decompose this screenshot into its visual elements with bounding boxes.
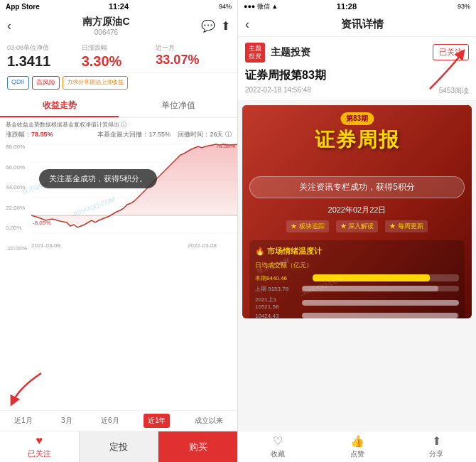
chart-tooltip: 关注基金成功，获得5积分。 bbox=[39, 169, 157, 188]
bar-fill-2 bbox=[302, 300, 459, 306]
bottom-action-right: ♡ 收藏 👍 点赞 ⬆ 分享 bbox=[238, 431, 476, 462]
article-header: ‹ 资讯详情 bbox=[238, 13, 476, 37]
page-title: 资讯详情 bbox=[255, 18, 469, 31]
like-icon: 👍 bbox=[350, 434, 364, 448]
y-axis-labels: 88.00% 66.00% 44.00% 22.00% 0.00% -22.00… bbox=[6, 141, 31, 254]
rise-value: 78.55% bbox=[31, 131, 53, 138]
left-panel: App Store 11:24 94% ‹ 南方原油C 006476 💬 ⬆ 0… bbox=[0, 0, 238, 462]
app-store-label: App Store bbox=[6, 3, 40, 11]
fixed-invest-button[interactable]: 定投 bbox=[79, 431, 158, 462]
bar-track-3 bbox=[302, 313, 459, 318]
status-bar-right: ●●● 微信 ▲ 11:28 93% bbox=[238, 0, 476, 13]
bar-row-3: 10424.43 bbox=[255, 313, 459, 318]
feature-2: ★ 深入解读 bbox=[336, 220, 379, 232]
time-range-buttons: 近1月 3月 近6月 近1年 成立以来 bbox=[0, 410, 237, 431]
tab-nav[interactable]: 单位净值 bbox=[119, 95, 237, 117]
period-badge: 第83期 bbox=[340, 112, 374, 125]
share-icon: ⬆ bbox=[432, 434, 441, 448]
tag-qdii[interactable]: QDII bbox=[7, 76, 29, 90]
heart-icon: ♥ bbox=[36, 434, 43, 447]
bar-row-1: 上期 9153.78 bbox=[255, 285, 459, 293]
follow-nav-item[interactable]: ♥ 已关注 bbox=[0, 431, 79, 462]
time-btn-1month[interactable]: 近1月 bbox=[10, 414, 37, 428]
bottom-nav-left: ♥ 已关注 定投 购买 bbox=[0, 431, 237, 462]
current-bar-track bbox=[313, 274, 459, 281]
article-image-card: 第83期 证券周报 关注资讯专栏成功，获得5积分 2022年02月22日 ★ 板… bbox=[242, 105, 472, 318]
stat-daily: 日涨跌幅 3.30% bbox=[82, 43, 156, 70]
collect-icon: ♡ bbox=[273, 434, 283, 448]
battery-left: 94% bbox=[219, 3, 232, 10]
share-label: 分享 bbox=[429, 449, 443, 459]
current-bar-fill bbox=[313, 274, 430, 281]
market-title: 🔥 市场情绪温度计 bbox=[255, 246, 459, 257]
share-action[interactable]: ⬆ 分享 bbox=[396, 431, 476, 462]
stat-value-daily: 3.30% bbox=[82, 53, 156, 70]
like-action[interactable]: 👍 点赞 bbox=[318, 431, 397, 462]
fund-name: 南方原油C bbox=[11, 16, 201, 28]
right-panel: ●●● 微信 ▲ 11:28 93% ‹ 资讯详情 主题 投资 主题投资 已关注… bbox=[238, 0, 476, 462]
chart-info-row: 涨跌幅：78.55% 本基金最大回撤：17.55% 回撤时间：26天 ⓘ bbox=[6, 130, 232, 139]
chart-tabs: 收益走势 单位净值 bbox=[0, 95, 237, 118]
tags-row: QDII 高风险 力求分享原油上涨收益 bbox=[0, 73, 237, 92]
chart-subtitle: 基金收益走势数据根据基金复权净值计算得出 ⓘ bbox=[6, 121, 232, 129]
time-btn-6month[interactable]: 近6月 bbox=[97, 414, 124, 428]
svg-text:78.55%: 78.55% bbox=[216, 143, 235, 149]
svg-text:-8.05%: -8.05% bbox=[33, 220, 50, 226]
fund-title-block: 南方原油C 006476 bbox=[11, 16, 201, 36]
feature-1: ★ 板块追踪 bbox=[286, 220, 329, 232]
bar-label-3: 10424.43 bbox=[255, 313, 298, 318]
chart-svg-wrapper: 88.00% 66.00% 44.00% 22.00% 0.00% -22.00… bbox=[6, 141, 232, 254]
feature-3: ★ 每周更新 bbox=[385, 220, 428, 232]
article-date: 2022-02-18 14:56:48 bbox=[245, 86, 311, 96]
stat-label-nav: 03-08单位净值 bbox=[7, 43, 82, 53]
chart-svg: -8.05% 78.55% 2021-03-08 2022-03-08 bbox=[31, 141, 237, 251]
bar-track-1 bbox=[302, 286, 459, 291]
fund-code: 006476 bbox=[11, 28, 201, 36]
tag-strategy: 力求分享原油上涨收益 bbox=[63, 76, 128, 90]
collect-action[interactable]: ♡ 收藏 bbox=[238, 431, 318, 462]
tab-return-trend[interactable]: 收益走势 bbox=[0, 95, 119, 117]
follow-button-right[interactable]: 已关注 bbox=[433, 44, 469, 60]
collect-label: 收藏 bbox=[271, 449, 285, 459]
card-main-title: 证券周报 bbox=[242, 127, 472, 154]
stat-label-monthly: 近一月 bbox=[156, 43, 230, 53]
article-reads: 5453阅读 bbox=[439, 86, 469, 96]
theme-row: 主题 投资 主题投资 已关注 bbox=[238, 37, 476, 65]
like-label: 点赞 bbox=[350, 449, 364, 459]
notify-banner: 关注资讯专栏成功，获得5积分 bbox=[249, 176, 465, 198]
card-date: 2022年02月22日 bbox=[242, 205, 472, 215]
follow-label: 已关注 bbox=[28, 448, 51, 459]
card-features: ★ 板块追踪 ★ 深入解读 ★ 每周更新 bbox=[242, 220, 472, 232]
chart-area: 基金收益走势数据根据基金复权净值计算得出 ⓘ 涨跌幅：78.55% 本基金最大回… bbox=[0, 118, 237, 410]
article-meta: 2022-02-18 14:56:48 5453阅读 bbox=[245, 86, 469, 96]
bar-fill-1 bbox=[302, 286, 438, 291]
time-btn-1year[interactable]: 近1年 bbox=[144, 414, 171, 428]
time-btn-all[interactable]: 成立以来 bbox=[190, 414, 227, 428]
card-background: 第83期 证券周报 关注资讯专栏成功，获得5积分 2022年02月22日 ★ 板… bbox=[242, 105, 472, 318]
theme-name[interactable]: 主题投资 bbox=[271, 46, 310, 59]
tag-risk[interactable]: 高风险 bbox=[32, 76, 60, 90]
bar-row-2: 2021上1 10521.58 bbox=[255, 296, 459, 310]
rise-label: 涨跌幅：78.55% bbox=[6, 130, 53, 139]
right-signal: ●●● 微信 ▲ bbox=[244, 2, 278, 11]
chat-icon[interactable]: 💬 bbox=[201, 19, 215, 33]
right-battery: 93% bbox=[458, 3, 470, 10]
status-right-left: 94% bbox=[219, 3, 232, 10]
stat-value-monthly: 33.07% bbox=[156, 53, 230, 68]
market-bar-label: 日均成交额（亿元） bbox=[255, 261, 459, 270]
article-section: 证券周报第83期 2022-02-18 14:56:48 5453阅读 bbox=[238, 65, 476, 101]
share-icon[interactable]: ⬆ bbox=[221, 19, 230, 33]
current-period-bar: 本期8440.46 bbox=[255, 274, 459, 282]
left-time: 11:24 bbox=[109, 2, 129, 11]
stat-nav: 03-08单位净值 1.3411 bbox=[7, 43, 82, 70]
time-btn-3month[interactable]: 3月 bbox=[57, 414, 77, 428]
theme-badge: 主题 投资 bbox=[245, 43, 265, 63]
fund-header: ‹ 南方原油C 006476 💬 ⬆ bbox=[0, 13, 237, 39]
stat-value-nav: 1.3411 bbox=[7, 53, 82, 70]
back-button-right[interactable]: ‹ bbox=[245, 17, 249, 32]
max-drawdown-info: 本基金最大回撤：17.55% 回撤时间：26天 ⓘ bbox=[97, 130, 232, 139]
current-period-label: 本期8440.46 bbox=[255, 274, 308, 282]
market-section: 🔥 市场情绪温度计 日均成交额（亿元） 本期8440.46 上期 9153.78 bbox=[249, 240, 465, 318]
right-time: 11:28 bbox=[337, 2, 357, 11]
buy-button[interactable]: 购买 bbox=[158, 431, 237, 462]
